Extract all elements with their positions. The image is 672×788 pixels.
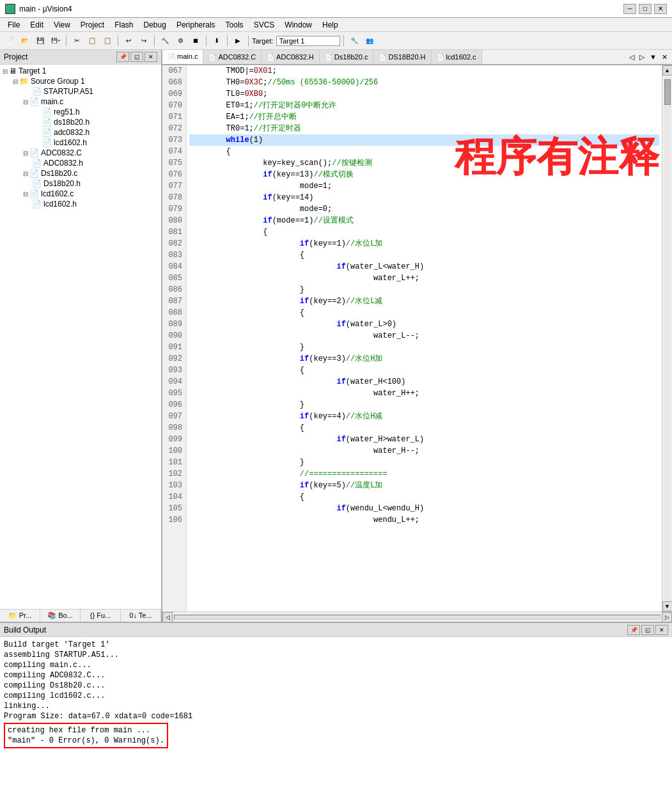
menu-debug[interactable]: Debug (139, 19, 171, 31)
project-close-button[interactable]: ✕ (145, 52, 157, 62)
tree-item-lcd1602hfile[interactable]: 📄 lcd1602.h (0, 199, 161, 209)
menu-view[interactable]: View (49, 19, 75, 31)
tab-left-scroll-button[interactable]: ◁ (627, 52, 636, 62)
build-output-header: Build Output 📌 ◱ ✕ (0, 623, 672, 637)
target-selector[interactable]: Target 1 (276, 36, 340, 46)
tab-ds18b20c-icon: 📄 (325, 54, 332, 61)
open-file-button[interactable]: 📂 (18, 34, 32, 48)
tab-mainc[interactable]: 📄 main.c (162, 50, 203, 65)
build-button[interactable]: 🔨 (158, 34, 172, 48)
expand-mainc[interactable]: ⊟ (23, 98, 28, 106)
expand-lcd1602c[interactable]: ⊟ (23, 191, 28, 198)
scroll-left-button[interactable]: ◁ (162, 612, 173, 622)
tab-templates[interactable]: 0↓ Te... (121, 610, 161, 622)
build-close-button[interactable]: ✕ (655, 625, 668, 635)
save-button[interactable]: 💾 (33, 34, 47, 48)
project-pin-button[interactable]: 📌 (116, 52, 129, 62)
expand-adc0832c[interactable]: ⊟ (23, 150, 28, 157)
menu-edit[interactable]: Edit (25, 19, 49, 31)
tab-functions[interactable]: {} Fu... (81, 610, 121, 622)
tree-item-lcd1602c[interactable]: ⊟ 📄 lcd1602.c (0, 189, 161, 199)
label-srcgrp1: Source Group 1 (31, 77, 85, 86)
hscroll-track[interactable] (174, 615, 660, 620)
code-line-079: mode=0; (189, 203, 659, 215)
tab-right-scroll-button[interactable]: ▷ (637, 52, 646, 62)
tab-ds18b20c[interactable]: 📄 Ds18b20.c (320, 50, 374, 65)
tree-item-target1[interactable]: ⊟ 🖥 Target 1 (0, 66, 161, 76)
menu-window[interactable]: Window (279, 19, 317, 31)
vscroll-thumb[interactable] (664, 79, 671, 105)
scroll-up-button[interactable]: ▲ (662, 65, 673, 75)
tree-item-ds18b20c[interactable]: ⊟ 📄 Ds18b20.c (0, 168, 161, 178)
tree-item-lcd1602h-main[interactable]: 📄 lcd1602.h (0, 138, 161, 148)
debug-start-button[interactable]: ▶ (231, 34, 245, 48)
tab-books[interactable]: 📚 Bo... (40, 610, 81, 622)
tab-mainc-label: main.c (177, 52, 198, 60)
minimize-button[interactable]: ─ (623, 4, 636, 14)
paste-button[interactable]: 📋 (100, 34, 114, 48)
download-button[interactable]: ⬇ (210, 34, 224, 48)
vscroll-track[interactable] (664, 76, 671, 601)
expand-srcgrp1[interactable]: ⊟ (13, 78, 18, 85)
menu-project[interactable]: Project (75, 19, 109, 31)
tree-item-ds18b20h[interactable]: 📄 ds18b20.h (0, 117, 161, 127)
tree-item-mainc[interactable]: ⊟ 📄 main.c (0, 97, 161, 107)
menu-bar: File Edit View Project Flash Debug Perip… (0, 18, 672, 32)
scroll-down-button[interactable]: ▼ (662, 601, 673, 611)
menu-file[interactable]: File (3, 19, 25, 31)
title-bar: main - µVision4 ─ □ ✕ (0, 0, 672, 18)
build-pin-button[interactable]: 📌 (627, 625, 640, 635)
code-line-105: if(wendu_L<wendu_H) (189, 503, 659, 514)
tab-dropdown-button[interactable]: ▼ (648, 52, 659, 61)
build-float-button[interactable]: ◱ (641, 625, 654, 635)
code-content[interactable]: TMOD|=0X01; TH0=0X3C;//50ms (65536-50000… (187, 65, 662, 611)
tab-ds18b20h[interactable]: 📄 DS18B20.H (373, 50, 431, 65)
manage-button[interactable]: 👥 (363, 34, 377, 48)
build-line-0: Build target 'Target 1' (4, 640, 668, 650)
save-all-button[interactable]: 💾+ (49, 34, 63, 48)
stop-button[interactable]: ⏹ (189, 34, 203, 48)
scroll-right-button[interactable]: ▷ (662, 612, 672, 622)
tab-right-controls: ◁ ▷ ▼ ✕ (627, 52, 672, 62)
line-num-097: 097 (166, 411, 182, 422)
new-file-button[interactable]: 📄 (3, 34, 17, 48)
horizontal-scrollbar: ◁ ▷ (162, 611, 672, 622)
app-icon (5, 4, 15, 14)
tree-item-ds18b20hfile[interactable]: 📄 Ds18b20.h (0, 178, 161, 189)
options-button[interactable]: 🔧 (347, 34, 361, 48)
title-left: main - µVision4 (5, 4, 72, 14)
code-line-098: { (189, 422, 659, 434)
tree-item-adc0832h[interactable]: 📄 adc0832.h (0, 127, 161, 138)
menu-tools[interactable]: Tools (221, 19, 249, 31)
copy-button[interactable]: 📋 (85, 34, 99, 48)
code-line-068: TH0=0X3C;//50ms (65536-50000)/256 (189, 77, 659, 88)
expand-target1[interactable]: ⊟ (3, 68, 8, 75)
project-tabs: 📁 Pr... 📚 Bo... {} Fu... 0↓ Te... (0, 609, 161, 622)
tree-item-adc0832c[interactable]: ⊟ 📄 ADC0832.C (0, 148, 161, 158)
tree-item-adc0832hfile[interactable]: 📄 ADC0832.h (0, 158, 161, 168)
line-num-090: 090 (166, 330, 182, 342)
tree-item-reg51h[interactable]: 📄 reg51.h (0, 107, 161, 117)
menu-svcs[interactable]: SVCS (249, 19, 280, 31)
menu-flash[interactable]: Flash (109, 19, 138, 31)
line-num-087: 087 (166, 296, 182, 307)
cut-button[interactable]: ✂ (70, 34, 84, 48)
menu-help[interactable]: Help (317, 19, 343, 31)
line-num-106: 106 (166, 514, 182, 526)
project-float-button[interactable]: ◱ (130, 52, 143, 62)
line-num-082: 082 (166, 238, 182, 249)
tab-adc0832h[interactable]: 📄 ADC0832.H (262, 50, 320, 65)
expand-ds18b20c[interactable]: ⊟ (23, 170, 28, 177)
undo-button[interactable]: ↩ (121, 34, 136, 48)
tab-adc0832c[interactable]: 📄 ADC0832.C (203, 50, 262, 65)
close-button[interactable]: ✕ (654, 4, 667, 14)
rebuild-button[interactable]: ⚙ (173, 34, 187, 48)
tab-lcd1602c[interactable]: 📄 lcd1602.c (432, 50, 482, 65)
maximize-button[interactable]: □ (639, 4, 652, 14)
tree-item-srcgrp1[interactable]: ⊟ 📁 Source Group 1 (0, 76, 161, 86)
tab-project[interactable]: 📁 Pr... (0, 610, 40, 622)
tab-close-button[interactable]: ✕ (660, 52, 669, 62)
menu-peripherals[interactable]: Peripherals (171, 19, 221, 31)
redo-button[interactable]: ↪ (137, 34, 151, 48)
tree-item-startup[interactable]: 📄 STARTUP.A51 (0, 86, 161, 97)
